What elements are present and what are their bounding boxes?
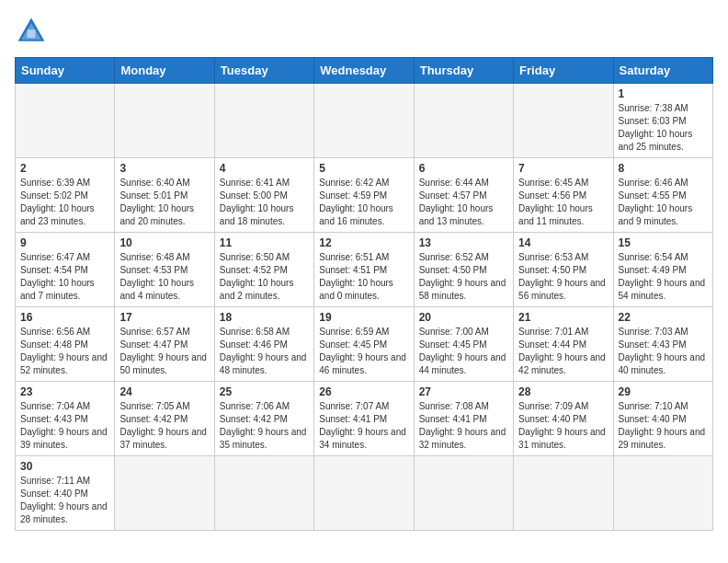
day-number: 8 (619, 162, 708, 175)
calendar-cell (414, 84, 513, 158)
calendar-cell: 15Sunrise: 6:54 AM Sunset: 4:49 PM Dayli… (613, 233, 712, 307)
day-number: 2 (20, 162, 109, 175)
svg-rect-2 (28, 29, 36, 38)
calendar-cell (314, 456, 414, 531)
calendar-cell: 13Sunrise: 6:52 AM Sunset: 4:50 PM Dayli… (414, 233, 513, 307)
day-number: 14 (518, 236, 608, 249)
calendar-cell: 29Sunrise: 7:10 AM Sunset: 4:40 PM Dayli… (613, 382, 712, 456)
calendar-cell (613, 456, 712, 531)
day-number: 13 (419, 236, 508, 249)
day-number: 19 (319, 311, 408, 324)
calendar-cell: 6Sunrise: 6:44 AM Sunset: 4:57 PM Daylig… (414, 158, 513, 233)
logo (15, 15, 51, 48)
weekday-header-tuesday: Tuesday (214, 58, 313, 84)
day-info: Sunrise: 6:44 AM Sunset: 4:57 PM Dayligh… (419, 177, 508, 228)
calendar-cell: 7Sunrise: 6:45 AM Sunset: 4:56 PM Daylig… (514, 158, 613, 233)
day-number: 1 (619, 87, 708, 100)
day-info: Sunrise: 6:42 AM Sunset: 4:59 PM Dayligh… (319, 177, 408, 228)
day-info: Sunrise: 7:10 AM Sunset: 4:40 PM Dayligh… (619, 400, 708, 452)
day-number: 17 (119, 311, 209, 324)
calendar-cell: 30Sunrise: 7:11 AM Sunset: 4:40 PM Dayli… (16, 456, 115, 531)
calendar-cell: 26Sunrise: 7:07 AM Sunset: 4:41 PM Dayli… (314, 382, 414, 456)
calendar-cell: 4Sunrise: 6:41 AM Sunset: 5:00 PM Daylig… (214, 158, 313, 233)
day-number: 3 (119, 162, 209, 175)
day-number: 10 (119, 236, 209, 249)
day-number: 30 (20, 460, 109, 473)
day-number: 20 (419, 311, 508, 324)
day-info: Sunrise: 6:58 AM Sunset: 4:46 PM Dayligh… (220, 326, 309, 377)
weekday-header-wednesday: Wednesday (314, 58, 414, 84)
day-info: Sunrise: 6:57 AM Sunset: 4:47 PM Dayligh… (119, 326, 209, 377)
weekday-header-monday: Monday (115, 58, 214, 84)
day-info: Sunrise: 6:48 AM Sunset: 4:53 PM Dayligh… (119, 251, 209, 303)
day-number: 6 (419, 162, 508, 175)
day-number: 23 (20, 385, 109, 398)
day-info: Sunrise: 7:03 AM Sunset: 4:43 PM Dayligh… (619, 326, 708, 377)
day-info: Sunrise: 6:56 AM Sunset: 4:48 PM Dayligh… (20, 326, 109, 377)
day-number: 18 (220, 311, 309, 324)
day-number: 12 (319, 236, 408, 249)
calendar-cell (115, 84, 214, 158)
calendar-cell: 24Sunrise: 7:05 AM Sunset: 4:42 PM Dayli… (115, 382, 214, 456)
day-number: 24 (119, 385, 209, 398)
day-info: Sunrise: 6:52 AM Sunset: 4:50 PM Dayligh… (419, 251, 508, 303)
calendar-cell: 14Sunrise: 6:53 AM Sunset: 4:50 PM Dayli… (514, 233, 613, 307)
weekday-header-friday: Friday (514, 58, 613, 84)
day-info: Sunrise: 6:40 AM Sunset: 5:01 PM Dayligh… (119, 177, 209, 228)
day-number: 9 (20, 236, 109, 249)
day-info: Sunrise: 7:06 AM Sunset: 4:42 PM Dayligh… (220, 400, 309, 452)
calendar-cell (16, 84, 115, 158)
weekday-header-sunday: Sunday (16, 58, 115, 84)
day-number: 11 (220, 236, 309, 249)
header (15, 15, 713, 48)
day-number: 25 (220, 385, 309, 398)
day-number: 15 (619, 236, 708, 249)
calendar-week-row: 1Sunrise: 7:38 AM Sunset: 6:03 PM Daylig… (16, 84, 713, 158)
calendar-cell: 20Sunrise: 7:00 AM Sunset: 4:45 PM Dayli… (414, 307, 513, 382)
calendar-cell (514, 456, 613, 531)
day-number: 21 (518, 311, 608, 324)
day-number: 28 (518, 385, 608, 398)
calendar-cell: 2Sunrise: 6:39 AM Sunset: 5:02 PM Daylig… (16, 158, 115, 233)
day-number: 22 (619, 311, 708, 324)
day-info: Sunrise: 6:41 AM Sunset: 5:00 PM Dayligh… (220, 177, 309, 228)
day-info: Sunrise: 6:45 AM Sunset: 4:56 PM Dayligh… (518, 177, 608, 228)
calendar-cell: 25Sunrise: 7:06 AM Sunset: 4:42 PM Dayli… (214, 382, 313, 456)
calendar-cell: 28Sunrise: 7:09 AM Sunset: 4:40 PM Dayli… (514, 382, 613, 456)
day-number: 26 (319, 385, 408, 398)
calendar-cell: 11Sunrise: 6:50 AM Sunset: 4:52 PM Dayli… (214, 233, 313, 307)
calendar-cell: 3Sunrise: 6:40 AM Sunset: 5:01 PM Daylig… (115, 158, 214, 233)
calendar-cell: 19Sunrise: 6:59 AM Sunset: 4:45 PM Dayli… (314, 307, 414, 382)
calendar-cell: 18Sunrise: 6:58 AM Sunset: 4:46 PM Dayli… (214, 307, 313, 382)
day-info: Sunrise: 6:51 AM Sunset: 4:51 PM Dayligh… (319, 251, 408, 303)
calendar-cell: 10Sunrise: 6:48 AM Sunset: 4:53 PM Dayli… (115, 233, 214, 307)
calendar-week-row: 30Sunrise: 7:11 AM Sunset: 4:40 PM Dayli… (16, 456, 713, 531)
calendar-cell: 23Sunrise: 7:04 AM Sunset: 4:43 PM Dayli… (16, 382, 115, 456)
weekday-header-row: SundayMondayTuesdayWednesdayThursdayFrid… (16, 58, 713, 84)
calendar-cell: 16Sunrise: 6:56 AM Sunset: 4:48 PM Dayli… (16, 307, 115, 382)
day-info: Sunrise: 6:54 AM Sunset: 4:49 PM Dayligh… (619, 251, 708, 303)
weekday-header-thursday: Thursday (414, 58, 513, 84)
calendar-table: SundayMondayTuesdayWednesdayThursdayFrid… (15, 57, 713, 531)
calendar-week-row: 16Sunrise: 6:56 AM Sunset: 4:48 PM Dayli… (16, 307, 713, 382)
weekday-header-saturday: Saturday (613, 58, 712, 84)
calendar-cell: 17Sunrise: 6:57 AM Sunset: 4:47 PM Dayli… (115, 307, 214, 382)
calendar-cell (214, 84, 313, 158)
day-number: 27 (419, 385, 508, 398)
calendar-cell: 5Sunrise: 6:42 AM Sunset: 4:59 PM Daylig… (314, 158, 414, 233)
day-info: Sunrise: 7:11 AM Sunset: 4:40 PM Dayligh… (20, 475, 109, 526)
calendar-week-row: 2Sunrise: 6:39 AM Sunset: 5:02 PM Daylig… (16, 158, 713, 233)
calendar-cell: 22Sunrise: 7:03 AM Sunset: 4:43 PM Dayli… (613, 307, 712, 382)
calendar-cell (414, 456, 513, 531)
day-info: Sunrise: 7:05 AM Sunset: 4:42 PM Dayligh… (119, 400, 209, 452)
day-info: Sunrise: 7:01 AM Sunset: 4:44 PM Dayligh… (518, 326, 608, 377)
day-info: Sunrise: 7:07 AM Sunset: 4:41 PM Dayligh… (319, 400, 408, 452)
day-info: Sunrise: 7:04 AM Sunset: 4:43 PM Dayligh… (20, 400, 109, 452)
calendar-week-row: 23Sunrise: 7:04 AM Sunset: 4:43 PM Dayli… (16, 382, 713, 456)
day-info: Sunrise: 6:59 AM Sunset: 4:45 PM Dayligh… (319, 326, 408, 377)
day-number: 7 (518, 162, 608, 175)
day-info: Sunrise: 7:09 AM Sunset: 4:40 PM Dayligh… (518, 400, 608, 452)
day-info: Sunrise: 6:53 AM Sunset: 4:50 PM Dayligh… (518, 251, 608, 303)
day-info: Sunrise: 6:39 AM Sunset: 5:02 PM Dayligh… (20, 177, 109, 228)
calendar-cell (214, 456, 313, 531)
